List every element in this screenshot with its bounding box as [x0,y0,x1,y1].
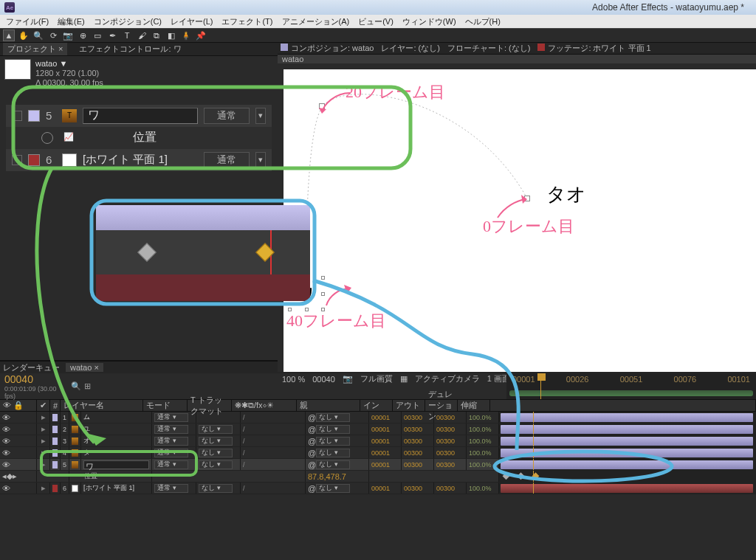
menu-view[interactable]: ビュー(V) [355,16,396,27]
col-switches[interactable]: ❋✱⧉/fx⬥☀ [232,400,297,411]
zoom-tool-icon[interactable]: 🔍 [32,30,44,41]
layer-switches[interactable]: / [241,447,306,458]
pickwhip-icon[interactable]: @ [308,425,316,434]
mode-dropdown[interactable]: 通常 ▾ [154,460,188,469]
trackmatte-dropdown[interactable]: なし ▾ [199,437,233,446]
timeline-row[interactable]: 👁 ▸ 3 オ 通常 ▾ なし ▾ / @ なし ▾ 00001 00300 0… [0,435,756,447]
blend-mode-dropdown-arrow-icon[interactable]: ▾ [255,152,266,168]
col-parent[interactable]: 親 [297,400,360,411]
col-index[interactable]: # [50,400,61,411]
col-out[interactable]: アウト [393,400,425,411]
mode-dropdown[interactable]: 通常 ▾ [154,425,188,434]
layer-row-5[interactable]: 5 T ワ 通常 ▾ [6,105,272,127]
clone-tool-icon[interactable]: ⧉ [151,30,162,41]
puppet-tool-icon[interactable]: 📌 [195,30,207,41]
stretch[interactable]: 100.0% [467,412,499,423]
layer-name[interactable]: オ [81,435,152,446]
layer-name[interactable]: ユ [81,424,152,435]
out-point[interactable]: 00300 [402,435,434,446]
layer-switches[interactable]: / [241,459,306,470]
col-trackmatte[interactable]: T トラックマット [188,400,232,411]
layer-bar[interactable] [501,413,753,422]
visibility-toggle-icon[interactable] [12,111,22,121]
eye-icon[interactable]: 👁 [2,460,10,469]
blend-mode-dropdown[interactable]: 通常 [204,108,250,124]
layer-switches[interactable]: / [241,424,306,435]
in-point[interactable]: 00001 [369,424,402,435]
stretch[interactable]: 100.0% [467,435,499,446]
trackmatte-dropdown[interactable]: なし ▾ [199,460,233,469]
out-point[interactable]: 00300 [402,483,434,494]
pickwhip-icon[interactable]: @ [308,484,316,493]
tab-composition[interactable]: コンポジション: watao [281,43,374,54]
tab-layer[interactable]: レイヤー: (なし) [381,43,439,54]
duration[interactable]: 00300 [434,424,467,435]
in-point[interactable]: 00001 [369,412,402,423]
layer-name[interactable]: タ [81,447,152,458]
rotate-tool-icon[interactable]: ⟳ [47,30,59,41]
trackmatte-dropdown[interactable]: なし ▾ [199,449,233,457]
brush-tool-icon[interactable]: 🖌 [136,30,148,41]
transform-position-row[interactable]: 📈 位置 [6,127,272,149]
parent-dropdown[interactable]: なし ▾ [316,484,350,493]
in-point[interactable]: 00001 [369,447,402,458]
layer-name-input[interactable]: ワ [83,108,198,124]
layer-bar[interactable] [501,449,753,457]
work-area-bar[interactable] [509,390,753,396]
duration[interactable]: 00300 [434,459,467,470]
shape-tool-icon[interactable]: ▭ [92,30,103,41]
eraser-tool-icon[interactable]: ◧ [165,30,177,41]
layer-row-6[interactable]: 6 [ホワイト 平面 1] 通常 ▾ [6,149,272,171]
search-icon[interactable]: 🔍 [71,381,81,391]
timeline-row[interactable]: 👁 ▸ 5 ワ 通常 ▾ なし ▾ / @ なし ▾ 00001 00300 0… [0,459,756,471]
pickwhip-icon[interactable]: @ [308,413,316,422]
hand-tool-icon[interactable]: ✋ [18,30,30,41]
in-point[interactable]: 00001 [369,435,402,446]
trackmatte-dropdown[interactable]: なし ▾ [199,425,233,434]
pickwhip-icon[interactable]: @ [308,437,316,446]
pen-tool-icon[interactable]: ✒ [106,30,118,41]
keyframe-nav-icon[interactable]: ◂◆▸ [2,471,17,481]
keyframe-diamond-icon[interactable] [137,243,156,261]
layer-switches[interactable]: / [241,483,306,494]
timeline-row[interactable]: 👁 ▸ 1 ム 通常 ▾ / @ なし ▾ 00001 00300 00300 … [0,412,756,424]
tab-timeline-comp[interactable]: watao × [66,363,103,372]
stretch[interactable]: 100.0% [467,483,499,494]
timeline-row[interactable]: 👁 ▸ 6 [ホワイト 平面 1] 通常 ▾ なし ▾ / @ なし ▾ 000… [0,483,756,494]
duration[interactable]: 00300 [434,435,467,446]
blend-mode-dropdown-arrow-icon[interactable]: ▾ [255,108,266,124]
menu-bar[interactable]: ファイル(F) 編集(E) コンポジション(C) レイヤー(L) エフェクト(T… [0,15,756,28]
layer-name[interactable]: ム [81,412,152,423]
position-value[interactable]: 87.8,478.7 [306,471,369,482]
out-point[interactable]: 00300 [402,424,434,435]
eye-icon[interactable]: 👁 [2,413,10,422]
selection-tool-icon[interactable]: ▲ [3,30,15,41]
comp-flow-icon[interactable]: ⊞ [84,381,91,391]
duration[interactable]: 00300 [434,483,467,494]
viewer-canvas[interactable]: ワ タオ 20フレーム目 0フレーム目 40フレーム目 [278,63,756,372]
layer-bar[interactable] [501,425,753,434]
col-source-name[interactable]: レイヤー名 [61,400,143,411]
out-point[interactable]: 00300 [402,459,434,470]
out-point[interactable]: 00300 [402,447,434,458]
stretch[interactable]: 100.0% [467,424,499,435]
tab-effect-controls[interactable]: エフェクトコントロール: ワ [75,43,185,55]
roto-tool-icon[interactable]: 🧍 [180,30,192,41]
duration[interactable]: 00300 [434,447,467,458]
tab-footage[interactable]: フッテージ: ホワイト 平面 1 [537,43,650,54]
duration[interactable]: 00300 [434,412,467,423]
camera-tool-icon[interactable]: 📷 [62,30,74,41]
time-ruler[interactable]: 00001 00026 00051 00076 00101 [506,373,756,399]
parent-dropdown[interactable]: なし ▾ [316,460,350,469]
parent-dropdown[interactable]: なし ▾ [316,437,350,446]
text-tool-icon[interactable]: T [121,30,133,41]
eye-icon[interactable]: 👁 [2,425,10,434]
eye-icon[interactable]: 👁 [2,449,10,457]
stretch[interactable]: 100.0% [467,459,499,470]
graph-icon[interactable]: 📈 [63,132,75,144]
col-stretch[interactable]: 伸縮 [458,400,490,411]
pickwhip-icon[interactable]: @ [308,460,316,469]
layer-bar[interactable] [501,484,753,493]
eye-icon[interactable]: 👁 [2,484,10,493]
menu-effect[interactable]: エフェクト(T) [219,16,275,27]
